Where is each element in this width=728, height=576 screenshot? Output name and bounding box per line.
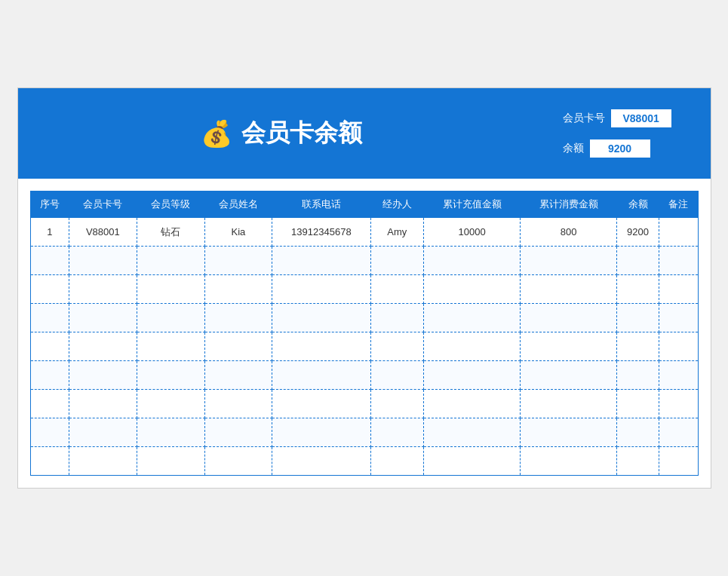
table-cell	[521, 304, 617, 332]
table-cell	[30, 361, 69, 390]
table-cell	[272, 418, 370, 447]
table-cell	[272, 361, 370, 390]
table-cell: V88001	[69, 218, 137, 247]
table-cell	[617, 447, 659, 476]
col-total-consume: 累计消费金额	[521, 191, 617, 218]
table-cell	[659, 218, 698, 247]
table-cell	[659, 332, 698, 361]
balance-label: 余额	[563, 142, 584, 155]
title-text: 会员卡余额	[241, 117, 362, 150]
balance-row: 余额 9200	[563, 139, 693, 158]
table-cell	[370, 418, 424, 447]
table-cell	[137, 247, 204, 275]
col-total-charge: 累计充值金额	[424, 191, 521, 218]
table-cell	[30, 247, 69, 275]
table-cell	[521, 275, 617, 304]
table-body: 1V88001钻石Kia13912345678Amy100008009200	[30, 218, 698, 476]
table-cell	[617, 361, 659, 390]
header-right: 会员卡号 V88001 余额 9200	[545, 88, 711, 179]
table-cell	[69, 304, 137, 332]
table-cell	[272, 304, 370, 332]
table-cell	[30, 332, 69, 361]
table-cell	[521, 447, 617, 476]
table-cell: Kia	[204, 218, 272, 247]
col-remark: 备注	[659, 191, 698, 218]
table-cell	[424, 361, 521, 390]
table-cell	[617, 418, 659, 447]
table-cell	[69, 418, 137, 447]
table-cell	[659, 304, 698, 332]
table-cell: 钻石	[137, 218, 204, 247]
table-row	[30, 361, 698, 390]
table-cell	[424, 390, 521, 418]
table-cell	[204, 447, 272, 476]
table-row	[30, 304, 698, 332]
col-name: 会员姓名	[204, 191, 272, 218]
table-cell	[69, 361, 137, 390]
table-cell	[30, 304, 69, 332]
col-phone: 联系电话	[272, 191, 370, 218]
table-section: 序号 会员卡号 会员等级 会员姓名 联系电话 经办人 累计充值金额 累计消费金额…	[18, 179, 711, 488]
table-cell: 1	[30, 218, 69, 247]
table-row: 1V88001钻石Kia13912345678Amy100008009200	[30, 218, 698, 247]
page-title: 💰 会员卡余额	[201, 117, 362, 150]
table-cell	[521, 390, 617, 418]
table-cell	[370, 247, 424, 275]
table-row	[30, 447, 698, 476]
table-cell	[521, 332, 617, 361]
table-row	[30, 418, 698, 447]
table-cell	[370, 304, 424, 332]
table-cell	[424, 447, 521, 476]
table-cell	[204, 275, 272, 304]
table-cell	[370, 447, 424, 476]
col-seq: 序号	[30, 191, 69, 218]
money-bag-icon: 💰	[201, 118, 232, 149]
table-cell	[659, 247, 698, 275]
table-row	[30, 275, 698, 304]
table-cell	[521, 418, 617, 447]
table-cell	[137, 332, 204, 361]
table-header-row: 序号 会员卡号 会员等级 会员姓名 联系电话 经办人 累计充值金额 累计消费金额…	[30, 191, 698, 218]
card-no-value: V88001	[611, 109, 671, 127]
table-cell	[204, 361, 272, 390]
table-cell	[137, 390, 204, 418]
table-cell	[424, 275, 521, 304]
table-cell	[137, 275, 204, 304]
header: 💰 会员卡余额 会员卡号 V88001 余额 9200	[18, 88, 711, 179]
table-cell	[272, 275, 370, 304]
table-cell	[659, 418, 698, 447]
table-cell	[659, 447, 698, 476]
table-cell	[204, 390, 272, 418]
table-cell	[30, 418, 69, 447]
card-no-label: 会员卡号	[563, 112, 605, 125]
table-cell	[370, 361, 424, 390]
table-cell	[69, 447, 137, 476]
table-cell	[137, 304, 204, 332]
table-cell	[272, 247, 370, 275]
table-cell	[69, 390, 137, 418]
table-cell	[370, 275, 424, 304]
table-cell	[204, 304, 272, 332]
table-cell	[659, 390, 698, 418]
table-cell	[617, 390, 659, 418]
table-cell	[137, 361, 204, 390]
table-cell	[272, 447, 370, 476]
table-cell: 13912345678	[272, 218, 370, 247]
table-cell	[617, 304, 659, 332]
table-cell: 800	[521, 218, 617, 247]
table-cell	[204, 247, 272, 275]
table-cell: Amy	[370, 218, 424, 247]
table-cell	[617, 275, 659, 304]
card-no-row: 会员卡号 V88001	[563, 109, 693, 127]
table-cell	[204, 332, 272, 361]
table-cell	[521, 247, 617, 275]
data-table: 序号 会员卡号 会员等级 会员姓名 联系电话 经办人 累计充值金额 累计消费金额…	[30, 191, 699, 476]
table-cell	[137, 447, 204, 476]
col-level: 会员等级	[137, 191, 204, 218]
table-row	[30, 247, 698, 275]
table-row	[30, 390, 698, 418]
table-cell	[204, 418, 272, 447]
page-container: 💰 会员卡余额 会员卡号 V88001 余额 9200 序号 会员卡号 会员等级	[17, 87, 711, 489]
table-cell	[370, 332, 424, 361]
table-cell	[30, 447, 69, 476]
